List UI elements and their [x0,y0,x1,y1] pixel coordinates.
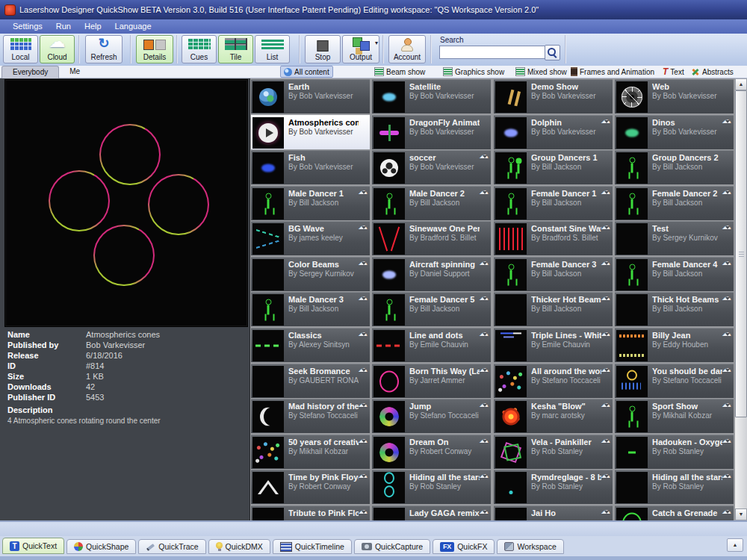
grid-item[interactable]: Born This Way (LadBy Jarret Ammer☁ [372,364,491,398]
grid-item[interactable]: Tribute to Pink Floyd☁ [251,505,370,520]
grid-item[interactable]: Female Dancer 1By Bill Jackson☁ [494,186,613,220]
grid-item[interactable]: Triple Lines - WhiteBy Emile Chauvin☁ [494,328,613,362]
grid-item[interactable]: You should be dancBy Stefano Toccaceli☁ [615,364,734,398]
grid-item[interactable]: Male Dancer 1By Bill Jackson☁ [251,186,370,220]
grid-item[interactable]: Hiding all the starsBy Rob Stanley☁ [615,470,734,504]
grid-item[interactable]: Time by Pink FloydBy Robert Conway☁ [251,470,370,504]
grid-item[interactable]: TestBy Sergey Kurnikov☁ [615,221,734,255]
item-author: By marc arotsky [531,411,601,420]
grid-item[interactable]: DolphinBy Bob Varkevisser☁ [494,115,613,149]
grid-item[interactable]: JumpBy Stefano Toccaceli☁ [372,399,491,433]
grid-item[interactable]: Female Dancer 5By Bill Jackson☁ [372,292,491,326]
grid-item[interactable]: Mad history of the wBy Stefano Toccaceli… [251,399,370,433]
download-cloud-icon: ☁ [358,257,368,267]
account-button[interactable]: Account [388,35,426,63]
grid-item[interactable]: Sport ShowBy Mikhail Kobzar☁ [615,399,734,433]
grid-item[interactable]: Male Dancer 2By Bill Jackson☁ [372,186,491,220]
tile-button[interactable]: Tile [218,35,253,63]
scroll-up-button[interactable]: ▲ [735,78,747,90]
scrollbar-thumb[interactable] [735,90,747,417]
grid-item[interactable]: WebBy Bob Varkevisser [615,79,734,113]
grid-item[interactable]: EarthBy Bob Varkevisser [251,79,370,113]
grid-item[interactable]: ClassicsBy Alexey Sinitsyn☁ [251,328,370,362]
grid-item[interactable]: Hiding all the starsBy Rob Stanley☁ [372,470,491,504]
tab-quicktrace[interactable]: QuickTrace [138,539,205,554]
grid-scrollbar[interactable]: ▲ ▼ [735,78,747,520]
grid-item[interactable]: Constant Sine WaveBy Bradford S. Billet☁ [494,221,613,255]
grid-item[interactable]: Aircraft spinningBy Daniel Support☁ [372,257,491,291]
output-button[interactable]: ▾Output [342,35,379,63]
item-text: ClassicsBy Alexey Sinitsyn [288,331,359,349]
tab-quickfx[interactable]: FXQuickFX [433,539,495,554]
tab-quickdmx[interactable]: QuickDMX [208,539,270,554]
grid-item[interactable]: Female Dancer 2By Bill Jackson☁ [615,186,734,220]
filter-abstracts[interactable]: Abstracts [688,66,737,77]
filter-frames-and-animation[interactable]: Frames and Animation [568,66,657,77]
tab-me[interactable]: Me [59,66,90,78]
grid-item[interactable]: Hadouken - OxygenBy Rob Stanley☁ [615,435,734,469]
tab-quicktext[interactable]: TQuickText [2,538,64,554]
grid-item[interactable]: Color BeamsBy Sergey Kurnikov☁ [251,257,370,291]
search-button[interactable] [545,45,560,60]
grid-item[interactable]: Thick Hot BeamsBy Bill Jackson☁ [615,292,734,326]
grid-item[interactable]: Jai Ho☁ [494,505,613,520]
search-input[interactable] [439,46,545,59]
menu-item-language[interactable]: Language [108,19,158,34]
grid-item[interactable]: Female Dancer 3By Bill Jackson☁ [494,257,613,291]
filter-all-content[interactable]: All content [280,66,333,78]
grid-item[interactable]: DinosBy Bob Varkevisser☁ [615,115,734,149]
grid-item[interactable]: Demo ShowBy Bob Varkevisser [494,79,613,113]
grid-item[interactable]: soccerBy Bob Varkevisser☁ [372,150,491,184]
grid-item[interactable]: BG WaveBy james keeley☁ [251,221,370,255]
tab-everybody[interactable]: Everybody [1,66,59,78]
grid-item[interactable]: Kesha "Blow"By marc arotsky☁ [494,399,613,433]
grid-item[interactable]: Rymdreglage - 8 bitBy Rob Stanley☁ [494,470,613,504]
grid-item[interactable]: Sinewave One PeriodBy Bradford S. Billet [372,221,491,255]
grid-item[interactable]: Male Dancer 3By Bill Jackson☁ [251,292,370,326]
toolbar-button-label: Cloud [47,54,66,61]
grid-item[interactable]: Atmospherics conesBy Bob Varkevisser [251,115,370,149]
tab-quickcapture[interactable]: QuickCapture [354,539,430,554]
window-title: Lasershow Designer QuickShow BETA Versio… [19,0,539,19]
filter-beam-show[interactable]: Beam show [371,66,428,77]
details-icon [143,40,166,50]
tab-quicktimeline[interactable]: QuickTimeline [273,539,352,554]
grid-item[interactable]: Group Dancers 1By Bill Jackson [494,150,613,184]
cloud-button[interactable]: ☁Cloud [40,35,75,63]
scroll-down-button[interactable]: ▼ [735,508,747,520]
tabbar-expand-button[interactable]: ▲ [727,538,743,552]
tab-workspace[interactable]: Workspace [497,539,563,554]
details-button[interactable]: Details [136,35,173,63]
toolbar-button-label: Refresh [90,54,117,61]
filter-mixed-show[interactable]: Mixed show [512,66,570,77]
grid-item[interactable]: DragonFly AnimationBy Bob Varkevisser [372,115,491,149]
grid-item[interactable]: Lady GAGA remix☁ [372,505,491,520]
menu-item-help[interactable]: Help [78,19,108,34]
grid-item[interactable]: Billy JeanBy Eddy Houben☁ [615,328,734,362]
local-button[interactable]: Local [3,35,38,63]
grid-item[interactable]: Group Dancers 2By Bill Jackson [615,150,734,184]
grid-item[interactable]: All around the worldBy Stefano Toccaceli… [494,364,613,398]
item-title: Classics [288,331,359,340]
grid-item[interactable]: SatelliteBy Bob Varkevisser [372,79,491,113]
list-button[interactable]: List [255,35,290,63]
grid-item[interactable]: Line and dotsBy Emile Chauvin☁ [372,328,491,362]
stop-button[interactable]: Stop [305,35,341,63]
tab-quickshape[interactable]: QuickShape [66,539,136,554]
grid-item[interactable]: FishBy Bob Varkevisser [251,150,370,184]
grid-item[interactable]: Thicker Hot BeamsBy Bill Jackson☁ [494,292,613,326]
filter-text[interactable]: TText [660,66,687,77]
grid-item[interactable]: Dream OnBy Robert Conway☁ [372,435,491,469]
grid-item[interactable]: Catch a Grenade☁ [615,505,734,520]
item-text: Female Dancer 2By Bill Jackson [652,189,722,208]
grid-item[interactable]: Seek BromanceBy GAUBERT RONAN☁ [251,364,370,398]
toolbar-button-label: List [267,54,279,61]
grid-item[interactable]: Vela - PainkillerBy Rob Stanley☁ [494,435,613,469]
grid-item[interactable]: Female Dancer 4By Bill Jackson☁ [615,257,734,291]
grid-item[interactable]: 50 years of creativeBy Mikhail Kobzar☁ [251,435,370,469]
filter-graphics-show[interactable]: Graphics show [440,66,507,77]
item-text: Born This Way (LadBy Jarret Ammer [409,367,480,385]
refresh-button[interactable]: ↻Refresh [85,35,123,63]
menu-item-settings[interactable]: Settings [6,19,49,34]
cues-button[interactable]: Cues [182,35,217,63]
